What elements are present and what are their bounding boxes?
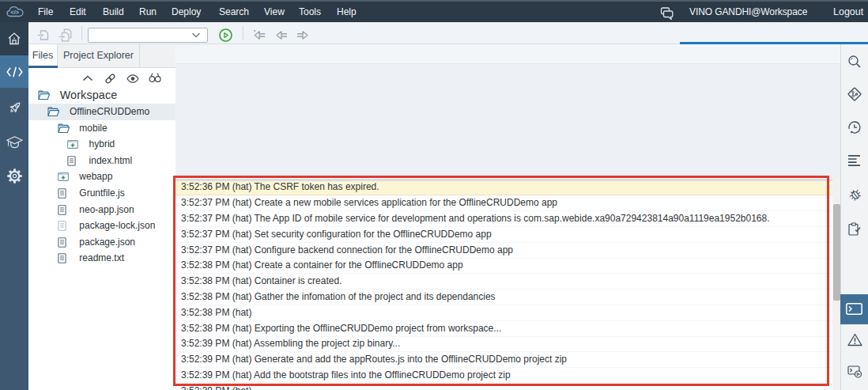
tab-project-explorer[interactable]: Project Explorer (58, 44, 140, 68)
file-icon (58, 188, 66, 199)
preview-icon[interactable] (847, 365, 862, 378)
file-icon (58, 205, 66, 215)
tree-item-gruntfile-js[interactable]: Gruntfile.js (28, 185, 175, 202)
console-log-line: 3:52:37 PM (hat) The App ID of mobile se… (175, 211, 832, 227)
debug-icon[interactable] (847, 187, 862, 202)
webide-cloud-logo-icon: </> (6, 6, 24, 18)
tree-item-hybrid[interactable]: hybrid (28, 136, 175, 153)
run-button[interactable] (219, 28, 232, 42)
file-icon (58, 253, 66, 263)
console-log-line: 3:52:39 PM (hat) Assembling the project … (175, 336, 832, 352)
tree-item-label: OfflineCRUDDemo (70, 104, 149, 120)
console-log-line: 3:52:38 PM (hat) (175, 305, 832, 321)
menu-deploy[interactable]: Deploy (172, 2, 201, 22)
tree-item-neo-app-json[interactable]: neo-app.json (28, 202, 175, 218)
tree-item-label: Workspace (60, 87, 118, 104)
tree-item-label: neo-app.json (79, 202, 134, 218)
sidebar-item-preview[interactable] (6, 100, 23, 116)
tree-item-label: package.json (79, 234, 135, 251)
folder-plus-icon (58, 172, 69, 181)
tree-item-package-lock-json[interactable]: package-lock.json (28, 218, 175, 234)
console-scrollbar-thumb[interactable] (833, 204, 840, 301)
console-log-line: 3:52:38 PM (hat) Container is created. (175, 274, 832, 290)
menu-search[interactable]: Search (219, 2, 249, 22)
tree-item-readme-txt[interactable]: readme.txt (28, 250, 175, 267)
folder-plus-icon (67, 139, 78, 149)
tree-item-index-html[interactable]: index.html (28, 153, 175, 169)
console-log-line: 3:52:39 PM (hat) (175, 384, 832, 390)
console-log-line: 3:52:39 PM (hat) Generate and add the ap… (175, 352, 832, 368)
editor-tabstrip-empty (175, 44, 840, 64)
tree-item-webapp[interactable]: webapp (28, 168, 175, 185)
file-icon (58, 237, 66, 248)
console-log-line: 3:52:39 PM (hat) Add the bootstrap files… (175, 368, 832, 384)
file-icon (67, 156, 76, 166)
folder-open-icon (47, 107, 59, 117)
console-log-line: 3:52:37 PM (hat) Configure backend conne… (175, 243, 832, 259)
tree-item-label: mobile (79, 120, 107, 137)
user-workspace-label[interactable]: VINO GANDHI@Workspace (689, 2, 807, 22)
tree-item-label: readme.txt (79, 250, 124, 267)
tree-item-offlinecruddemo[interactable]: OfflineCRUDDemo (28, 104, 175, 120)
file-dim-icon (58, 221, 66, 231)
folder-open-icon (38, 90, 50, 100)
tree-item-label: hybrid (89, 136, 115, 153)
menu-edit[interactable]: Edit (70, 2, 86, 22)
sidebar-item-settings[interactable] (7, 168, 22, 184)
menu-build[interactable]: Build (103, 2, 124, 22)
editor-empty-area (175, 44, 840, 178)
outline-icon[interactable] (847, 154, 861, 166)
history-icon[interactable] (847, 120, 862, 134)
menu-tools[interactable]: Tools (299, 2, 321, 22)
toolbar-separator (243, 26, 243, 40)
forward-icon[interactable] (296, 29, 308, 40)
tree-item-mobile[interactable]: mobile (28, 120, 175, 137)
console-log-line: 3:52:38 PM (hat) Exporting the OfflineCR… (175, 321, 832, 337)
logout-button[interactable]: Logout (833, 2, 863, 22)
tree-item-label: index.html (89, 153, 133, 169)
back-icon[interactable] (276, 29, 288, 40)
console-log-line: 3:52:37 PM (hat) Create a new mobile ser… (175, 195, 832, 211)
tab-files[interactable]: Files (28, 44, 58, 68)
open-editor-icon[interactable] (37, 28, 50, 42)
feedback-chat-icon[interactable] (659, 7, 675, 19)
sidebar-item-home[interactable] (0, 22, 28, 55)
menu-view[interactable]: View (264, 2, 285, 22)
chevron-down-icon[interactable] (191, 32, 201, 39)
sidebar-item-learning[interactable] (6, 135, 24, 150)
console-log-line: 3:52:38 PM (hat) Gather the infomation o… (175, 290, 832, 305)
console-log-line: 3:52:37 PM (hat) Set security configurat… (175, 227, 832, 243)
tree-item-label: package-lock.json (79, 218, 155, 234)
tree-item-package-json[interactable]: package.json (28, 234, 175, 251)
tree-item-label: Gruntfile.js (79, 185, 124, 202)
last-edit-location-icon[interactable] (253, 29, 266, 40)
menu-help[interactable]: Help (337, 2, 357, 22)
menu-file[interactable]: File (38, 2, 53, 22)
console-log-line: 3:52:38 PM (hat) Create a container for … (175, 258, 832, 274)
eye-icon[interactable] (126, 74, 139, 83)
console-tab-selected[interactable] (840, 294, 868, 324)
search-icon[interactable] (847, 55, 862, 69)
tree-item-label: webapp (79, 168, 112, 185)
menu-run[interactable]: Run (139, 2, 157, 22)
collapse-all-icon[interactable] (82, 75, 93, 81)
toolbar-separator (81, 26, 82, 40)
tree-item-workspace[interactable]: Workspace (28, 87, 175, 104)
sidebar-item-development[interactable] (0, 55, 28, 88)
svg-text:</>: </> (11, 9, 19, 15)
search-tree-icon[interactable] (149, 73, 161, 83)
file-tree: WorkspaceOfflineCRUDDemomobilehybridinde… (28, 87, 175, 390)
test-icon[interactable] (847, 222, 861, 237)
open-all-editors-icon[interactable] (58, 28, 74, 42)
console-top-edge (175, 179, 832, 181)
git-icon[interactable] (847, 87, 862, 101)
link-with-editor-icon[interactable] (104, 73, 116, 85)
run-configuration-combobox[interactable] (88, 28, 208, 43)
folder-open-icon (58, 123, 70, 134)
console-panel[interactable]: 3:52:36 PM (hat) The CSRF token has expi… (175, 178, 832, 390)
problems-icon[interactable] (847, 333, 862, 346)
console-log-line: 3:52:36 PM (hat) The CSRF token has expi… (175, 180, 832, 195)
